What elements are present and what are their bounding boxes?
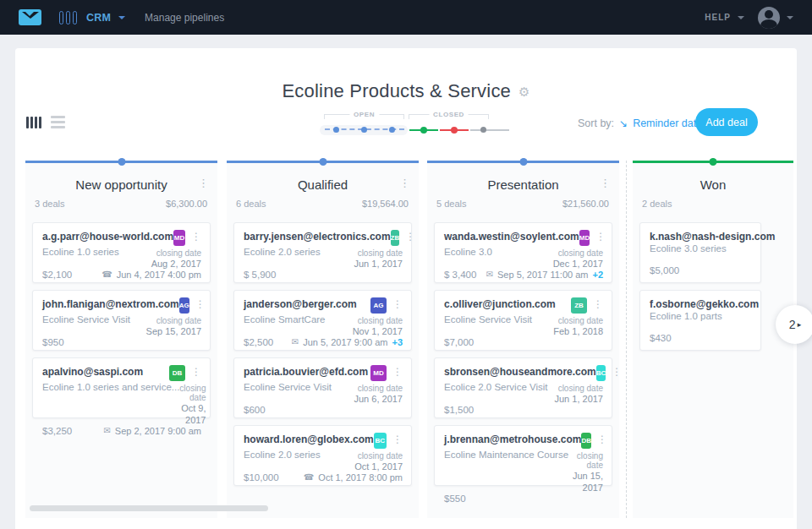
- card-menu-icon[interactable]: ⋮: [595, 232, 606, 242]
- card-menu-icon[interactable]: ⋮: [612, 367, 622, 377]
- stage-dot: [361, 127, 367, 133]
- open-label: OPEN: [349, 111, 379, 118]
- deal-card[interactable]: f.osborne@gekko.com Ecoline 1.0 parts $4…: [639, 290, 761, 351]
- column-menu-icon[interactable]: ⋮: [600, 177, 611, 189]
- list-view-toggle[interactable]: [51, 116, 65, 128]
- closed-stages-bracket: CLOSED: [409, 114, 489, 119]
- deal-card[interactable]: j.brennan@metrohouse.com DB ⋮ Ecoline Ma…: [434, 425, 612, 486]
- deal-card[interactable]: wanda.westin@soylent.com MD ⋮ Ecoline 3.…: [434, 222, 612, 283]
- owner-avatar[interactable]: AG: [179, 297, 189, 314]
- card-menu-icon[interactable]: ⋮: [405, 232, 415, 242]
- deal-product: Ecoline Service Visit: [244, 382, 332, 405]
- deal-amount: $430: [650, 333, 672, 343]
- deals-total: $6,300.00: [166, 199, 207, 217]
- deal-product: Ecoline SmartCare: [244, 314, 326, 337]
- next-activity: ☎ Jun 4, 2017 4:00 pm: [102, 270, 201, 280]
- chevron-down-icon: [738, 16, 744, 19]
- deal-card[interactable]: a.g.parr@house-world.com MD ⋮ Ecoline 1.…: [32, 222, 211, 283]
- owner-avatar[interactable]: ZB: [571, 297, 587, 314]
- stage-column-qualified: Qualified ⋮ 6 deals $19,564.00 barry.jen…: [227, 161, 419, 518]
- closing-date: closing date Jun 15, 2017: [568, 451, 603, 494]
- card-menu-icon[interactable]: ⋮: [392, 299, 403, 309]
- next-activity: ✉ Jun 5, 2017 9:00 am +3: [292, 337, 403, 347]
- pipeline-columns-icon[interactable]: [59, 11, 77, 25]
- closing-date: closing date Oct 1, 2017: [354, 451, 403, 472]
- closed-label: CLOSED: [429, 111, 469, 118]
- closing-date: closing date Aug 2, 2017: [151, 248, 201, 270]
- closing-date: closing date Sep 15, 2017: [146, 316, 201, 337]
- owner-avatar[interactable]: ZB: [391, 230, 400, 246]
- card-menu-icon[interactable]: ⋮: [392, 367, 403, 377]
- owner-avatar[interactable]: MD: [579, 230, 590, 246]
- deal-product: Ecolice 2.0 Service Visit: [444, 382, 548, 405]
- crm-menu[interactable]: CRM: [86, 12, 111, 24]
- deal-amount: $1,500: [444, 405, 474, 415]
- owner-avatar[interactable]: DB: [581, 433, 591, 449]
- deals-count: 6 deals: [236, 199, 266, 217]
- manage-pipelines-link[interactable]: Manage pipelines: [145, 12, 224, 24]
- deal-amount: $ 3,400: [444, 270, 476, 280]
- deals-total: $21,560.00: [562, 199, 609, 217]
- deal-card[interactable]: apalvino@saspi.com DB ⋮ Ecoline 1.0 seri…: [32, 357, 211, 418]
- kanban-view-toggle[interactable]: [26, 117, 41, 128]
- open-stages-bracket: OPEN: [324, 114, 404, 119]
- card-menu-icon[interactable]: ⋮: [392, 434, 403, 444]
- card-menu-icon[interactable]: ⋮: [191, 367, 201, 377]
- user-avatar[interactable]: [758, 7, 780, 29]
- deal-card[interactable]: k.nash@nash-design.com Ecoline 3.0 serie…: [639, 222, 761, 283]
- mail-icon: ✉: [486, 270, 493, 279]
- deal-amount: $2,500: [244, 337, 273, 347]
- owner-avatar[interactable]: AG: [370, 297, 387, 314]
- owner-avatar[interactable]: BC: [596, 365, 606, 381]
- sort-direction-icon[interactable]: ↘: [619, 118, 628, 128]
- card-menu-icon[interactable]: ⋮: [191, 232, 201, 242]
- add-deal-button[interactable]: Add deal: [695, 108, 758, 136]
- deal-email: patricia.bouvier@efd.com: [244, 366, 368, 378]
- deal-amount: $600: [244, 405, 266, 415]
- deal-product: Ecoline Service Visit: [444, 314, 532, 337]
- gear-icon[interactable]: ⚙: [518, 85, 529, 98]
- owner-avatar[interactable]: BC: [374, 433, 387, 449]
- top-bar: CRM Manage pipelines HELP: [0, 0, 812, 35]
- card-menu-icon[interactable]: ⋮: [597, 434, 607, 444]
- horizontal-scrollbar[interactable]: [30, 505, 268, 511]
- deal-card[interactable]: sbronsen@houseandmore.com BC ⋮ Ecolice 2…: [434, 357, 612, 418]
- closing-date: closing date Jun 1, 2017: [354, 248, 403, 270]
- deal-product: Ecoline 1.0 series: [42, 247, 119, 270]
- stage-column-won: Won 2 deals k.nash@nash-design.com Ecoli…: [633, 161, 793, 518]
- stage-dot: [389, 127, 395, 133]
- deal-email: sbronsen@houseandmore.com: [444, 366, 596, 378]
- deal-product: Ecoline Maintenance Course: [444, 450, 568, 494]
- next-activity: ☎ Oct 1, 2017 8:00 pm: [304, 472, 403, 483]
- chevron-right-icon: ▸: [798, 320, 802, 329]
- deal-card[interactable]: patricia.bouvier@efd.com MD ⋮ Ecoline Se…: [233, 357, 412, 418]
- deal-email: howard.loren@globex.com: [244, 434, 374, 445]
- deal-card[interactable]: barry.jensen@electronics.com ZB ⋮ Ecolin…: [233, 222, 412, 283]
- deal-card[interactable]: howard.loren@globex.com BC ⋮ Ecoline 2.0…: [233, 425, 412, 486]
- column-menu-icon[interactable]: ⋮: [399, 177, 410, 189]
- closing-date: closing date Nov 1, 2017: [353, 316, 403, 337]
- deal-card[interactable]: janderson@berger.com AG ⋮ Ecoline SmartC…: [233, 290, 412, 351]
- deal-product: Ecoline 2.0 series: [244, 450, 321, 472]
- closing-date: closing date Feb 1, 2018: [553, 316, 603, 337]
- owner-avatar[interactable]: MD: [370, 365, 387, 381]
- stage-dot-end: [480, 127, 486, 133]
- column-menu-icon[interactable]: ⋮: [198, 177, 209, 189]
- deal-email: f.osborne@gekko.com: [650, 298, 759, 310]
- phone-icon: ☎: [102, 270, 112, 279]
- mail-app-icon[interactable]: [19, 9, 41, 25]
- owner-avatar[interactable]: MD: [173, 230, 185, 246]
- deal-product: Ecoline 1.0 series and service...: [42, 382, 179, 426]
- more-columns-button[interactable]: 2 ▸: [776, 305, 812, 344]
- deal-card[interactable]: c.olliver@junction.com ZB ⋮ Ecoline Serv…: [434, 290, 612, 351]
- owner-avatar[interactable]: DB: [169, 365, 185, 381]
- help-menu[interactable]: HELP: [705, 13, 731, 22]
- deal-card[interactable]: john.flanigan@nextrom.com AG ⋮ Ecoline S…: [32, 290, 211, 351]
- card-menu-icon[interactable]: ⋮: [593, 299, 603, 309]
- card-menu-icon[interactable]: ⋮: [195, 299, 206, 309]
- sort-field-select[interactable]: Reminder date: [633, 117, 702, 129]
- stage-dot-won: [420, 127, 427, 134]
- closing-date: closing date Jun 1, 2017: [555, 384, 604, 405]
- deal-email: wanda.westin@soylent.com: [444, 231, 579, 243]
- more-columns-count: 2: [789, 318, 796, 331]
